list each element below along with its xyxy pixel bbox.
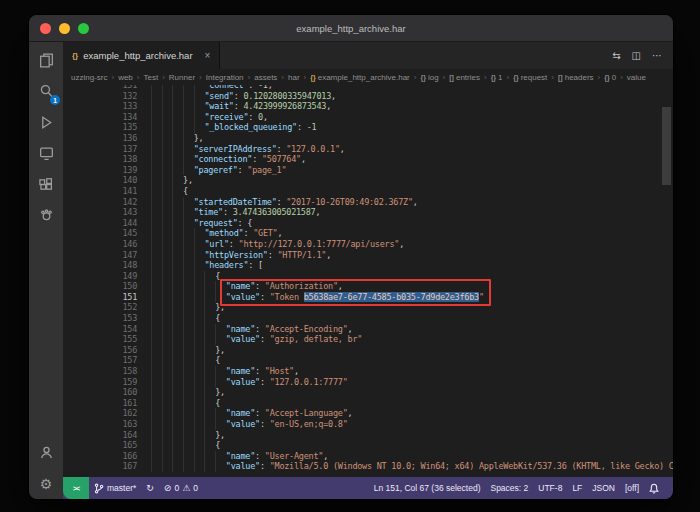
- code-line[interactable]: 160},: [63, 387, 673, 398]
- editor[interactable]: 131"connect": -1,132"send": 0.1202800335…: [63, 85, 673, 477]
- code-line[interactable]: 163"value": "en-US,en;q=0.8": [63, 419, 673, 430]
- code-token: "request": [194, 218, 238, 228]
- code-line[interactable]: 150"name": "Authorization",: [63, 281, 673, 292]
- indent-guide: [194, 122, 205, 133]
- search-icon[interactable]: 1: [29, 76, 63, 107]
- code-line[interactable]: 146"url": "http://127.0.0.1:7777/api/use…: [63, 239, 673, 250]
- git-branch-item[interactable]: master*: [89, 477, 141, 499]
- extensions-icon[interactable]: [29, 169, 63, 200]
- tab-example-http-archive[interactable]: {} example_http_archive.har ×: [63, 42, 220, 69]
- code-line[interactable]: 165{: [63, 440, 673, 451]
- code-line[interactable]: 145"method": "GET",: [63, 228, 673, 239]
- code-line[interactable]: 167"value": "Mozilla/5.0 (Windows NT 10.…: [63, 461, 673, 472]
- indent-guide: [172, 186, 183, 197]
- code-line[interactable]: 144"request": {: [63, 218, 673, 229]
- code-line[interactable]: 156},: [63, 345, 673, 356]
- code-line[interactable]: 155"value": "gzip, deflate, br": [63, 334, 673, 345]
- code-line[interactable]: 148"headers": [: [63, 260, 673, 271]
- code-line[interactable]: 154"name": "Accept-Encoding",: [63, 324, 673, 335]
- language-mode[interactable]: JSON: [587, 477, 620, 499]
- code-line[interactable]: 162"name": "Accept-Language",: [63, 408, 673, 419]
- breadcrumb-item[interactable]: har: [288, 73, 300, 82]
- indent-guide: [151, 324, 162, 335]
- code-line[interactable]: 159"value": "127.0.0.1:7777": [63, 377, 673, 388]
- code-line[interactable]: 133"wait": 4.423999926873543,: [63, 101, 673, 112]
- code-line[interactable]: 141{: [63, 186, 673, 197]
- breadcrumb-item[interactable]: []headers: [558, 73, 594, 82]
- breadcrumb-item[interactable]: Runner: [169, 73, 195, 82]
- minimize-window-button[interactable]: [59, 23, 70, 34]
- sync-button[interactable]: ↻: [141, 477, 159, 499]
- indent-guide: [151, 281, 162, 292]
- code-line[interactable]: 147"httpVersion": "HTTP/1.1",: [63, 250, 673, 261]
- code-line[interactable]: 161{: [63, 398, 673, 409]
- remote-indicator[interactable]: ><: [63, 477, 89, 499]
- code-line[interactable]: 152},: [63, 302, 673, 313]
- breadcrumb-item[interactable]: {}1: [491, 73, 503, 82]
- tab-close-icon[interactable]: ×: [205, 50, 211, 61]
- explorer-icon[interactable]: [29, 45, 63, 76]
- code-line[interactable]: 139"pageref": "page_1": [63, 165, 673, 176]
- indent-guide: [194, 387, 205, 398]
- line-content: "request": {: [151, 218, 673, 229]
- code-token: "value": [226, 377, 260, 387]
- code-line[interactable]: 136},: [63, 133, 673, 144]
- code-line[interactable]: 142"startedDateTime": "2017-10-26T09:49:…: [63, 197, 673, 208]
- breadcrumb-item[interactable]: {}0: [604, 73, 616, 82]
- breadcrumb-item[interactable]: web: [118, 73, 133, 82]
- breadcrumb-item[interactable]: Integration: [206, 73, 244, 82]
- maximize-window-button[interactable]: [78, 23, 89, 34]
- code-line[interactable]: 153{: [63, 313, 673, 324]
- code-line[interactable]: 149{: [63, 271, 673, 282]
- indent-guide: [194, 451, 205, 462]
- screencast-indicator[interactable]: [off]: [620, 477, 644, 499]
- scrollbar-thumb[interactable]: [662, 107, 671, 185]
- scrollbar[interactable]: [661, 85, 673, 477]
- code-line[interactable]: 164},: [63, 430, 673, 441]
- breadcrumb-item[interactable]: {}example_http_archive.har: [310, 73, 410, 82]
- close-window-button[interactable]: [40, 23, 51, 34]
- code-line[interactable]: 135"_blocked_queueing": -1: [63, 122, 673, 133]
- code-token: "Mozilla/5.0 (Windows NT 10.0; Win64; x6…: [270, 461, 673, 471]
- code-line[interactable]: 140},: [63, 175, 673, 186]
- breadcrumb-item[interactable]: []entries: [449, 73, 480, 82]
- code-line[interactable]: 166"name": "User-Agent",: [63, 451, 673, 462]
- indent-guide: [151, 387, 162, 398]
- breadcrumb-item[interactable]: uzzing-src: [71, 73, 107, 82]
- split-editor-icon[interactable]: ◫: [632, 50, 641, 61]
- line-content: "_blocked_queueing": -1: [151, 122, 673, 133]
- open-changes-icon[interactable]: ⇆: [612, 50, 620, 61]
- code-line[interactable]: 143"time": 3.474363005021587,: [63, 207, 673, 218]
- indent-guide: [183, 228, 194, 239]
- code-line[interactable]: 132"send": 0.1202800335947013,: [63, 91, 673, 102]
- indentation-indicator[interactable]: Spaces: 2: [485, 477, 533, 499]
- code-line[interactable]: 134"receive": 0,: [63, 112, 673, 123]
- line-number: 141: [63, 186, 151, 197]
- remote-explorer-icon[interactable]: [29, 138, 63, 169]
- breadcrumb-item[interactable]: {}log: [420, 73, 438, 82]
- settings-gear-icon[interactable]: ⚙: [29, 468, 63, 499]
- custom-extension-icon[interactable]: [29, 200, 63, 231]
- more-actions-icon[interactable]: ⋯: [652, 50, 662, 61]
- run-debug-icon[interactable]: [29, 107, 63, 138]
- code-line[interactable]: 138"connection": "507764",: [63, 154, 673, 165]
- notifications-bell[interactable]: [644, 477, 664, 499]
- problems-item[interactable]: ⊘ 0 ⚠ 0: [159, 477, 203, 499]
- accounts-icon[interactable]: [29, 437, 63, 468]
- window-controls: [40, 23, 89, 34]
- indent-guide: [215, 377, 226, 388]
- cursor-position[interactable]: Ln 151, Col 67 (36 selected): [369, 477, 486, 499]
- breadcrumb-item[interactable]: {}request: [513, 73, 547, 82]
- code-line[interactable]: 151"value": "Token b5638ae7-6e77-4585-b0…: [63, 292, 673, 303]
- breadcrumb-item[interactable]: value: [627, 73, 646, 82]
- indent-guide: [215, 451, 226, 462]
- code-line[interactable]: 158"name": "Host",: [63, 366, 673, 377]
- code-area[interactable]: 131"connect": -1,132"send": 0.1202800335…: [63, 85, 673, 472]
- eol-indicator[interactable]: LF: [567, 477, 587, 499]
- breadcrumb-item[interactable]: assets: [254, 73, 277, 82]
- code-line[interactable]: 137"serverIPAddress": "127.0.0.1",: [63, 144, 673, 155]
- encoding-indicator[interactable]: UTF-8: [533, 477, 567, 499]
- breadcrumb-item[interactable]: Test: [143, 73, 158, 82]
- line-content: "name": "Accept-Encoding",: [151, 324, 673, 335]
- code-line[interactable]: 157{: [63, 355, 673, 366]
